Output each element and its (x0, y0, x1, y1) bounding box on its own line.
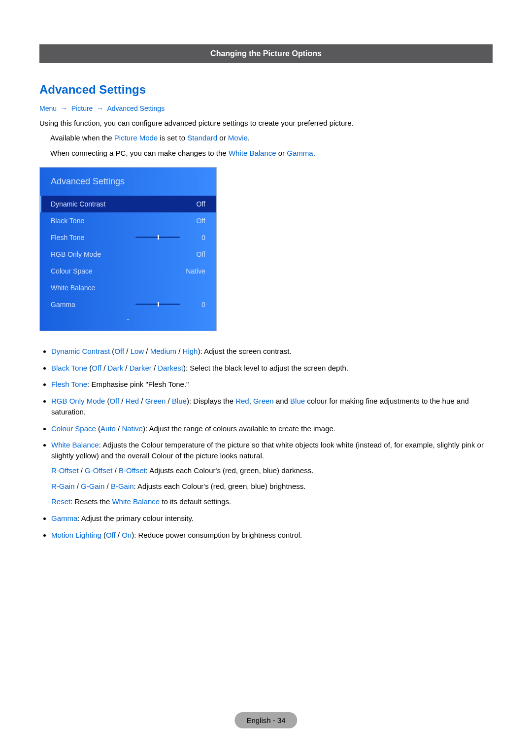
osd-slider[interactable] (135, 237, 180, 238)
highlight-red: Red (235, 397, 249, 405)
osd-row-flesh-tone[interactable]: Flesh Tone 0 (40, 229, 216, 246)
option-value: Native (122, 424, 143, 433)
text: ( (110, 347, 114, 355)
text: is set to (158, 134, 187, 142)
text: / (116, 424, 122, 433)
osd-slider-knob[interactable] (158, 302, 159, 307)
note-picture-mode: Available when the Picture Mode is set t… (50, 133, 493, 143)
list-item-dynamic-contrast: Dynamic Contrast (Off / Low / Medium / H… (51, 346, 493, 357)
highlight-b-offset: B-Offset (119, 466, 146, 475)
option-value: Dark (108, 364, 124, 372)
text: or (276, 149, 287, 157)
option-value: High (183, 347, 198, 355)
osd-row-label: Colour Space (51, 267, 184, 275)
osd-row-gamma[interactable]: Gamma 0 (40, 296, 216, 313)
text: / (176, 347, 183, 355)
sub-block: R-Offset / G-Offset / B-Offset: Adjusts … (51, 465, 493, 507)
section-banner: Changing the Picture Options (39, 44, 493, 63)
option-value: On (122, 531, 132, 539)
highlight-standard: Standard (187, 134, 217, 142)
option-value: Auto (100, 424, 116, 433)
highlight-gamma: Gamma (287, 149, 313, 157)
osd-row-value: 0 (184, 301, 205, 309)
option-value: Low (131, 347, 144, 355)
osd-slider-knob[interactable] (158, 235, 159, 240)
option-value: Blue (172, 397, 187, 405)
text: to its default settings. (160, 497, 231, 506)
text: When connecting a PC, you can make chang… (50, 149, 229, 157)
text: / (101, 364, 108, 372)
text: . (313, 149, 315, 157)
list-item-white-balance: White Balance: Adjusts the Colour temper… (51, 440, 493, 507)
text: : Adjusts the Colour temperature of the … (51, 441, 484, 460)
osd-row-colour-space[interactable]: Colour Space Native (40, 263, 216, 279)
osd-row-rgb-only-mode[interactable]: RGB Only Mode Off (40, 246, 216, 263)
osd-row-value: Off (184, 217, 205, 225)
text: , (249, 397, 253, 405)
text: ): Adjust the screen contrast. (198, 347, 291, 355)
text: / (104, 482, 111, 490)
list-item-flesh-tone: Flesh Tone: Emphasise pink "Flesh Tone." (51, 379, 493, 390)
option-value: Green (145, 397, 166, 405)
text: ( (87, 364, 92, 372)
osd-slider[interactable] (135, 304, 180, 305)
option-name: White Balance (51, 441, 99, 449)
manual-page: Changing the Picture Options Advanced Se… (0, 0, 532, 756)
osd-row-black-tone[interactable]: Black Tone Off (40, 212, 216, 229)
breadcrumb-advanced-settings: Advanced Settings (107, 104, 165, 112)
osd-row-label: Flesh Tone (51, 234, 132, 241)
highlight-g-gain: G-Gain (81, 482, 104, 490)
highlight-b-gain: B-Gain (111, 482, 134, 490)
osd-row-label: Dynamic Contrast (51, 200, 184, 208)
text: Available when the (50, 134, 114, 142)
osd-row-label: Gamma (51, 301, 132, 309)
option-value: Off (109, 397, 119, 405)
highlight-movie: Movie (228, 134, 248, 142)
option-name: Motion Lighting (51, 531, 101, 539)
highlight-white-balance: White Balance (229, 149, 276, 157)
note-pc: When connecting a PC, you can make chang… (50, 148, 493, 158)
text: : Emphasise pink "Flesh Tone." (87, 380, 189, 388)
text: ): Select the black level to adjust the … (183, 364, 348, 372)
option-value: Red (126, 397, 139, 405)
highlight-blue: Blue (290, 397, 305, 405)
osd-row-white-balance[interactable]: White Balance (40, 279, 216, 296)
option-name: RGB Only Mode (51, 397, 105, 405)
list-item-black-tone: Black Tone (Off / Dark / Darker / Darkes… (51, 363, 493, 374)
text: : Resets the (70, 497, 112, 506)
osd-row-dynamic-contrast[interactable]: Dynamic Contrast Off (40, 196, 216, 212)
text: : Adjusts each Colour's (red, green, blu… (134, 482, 306, 490)
option-name: Dynamic Contrast (51, 347, 110, 355)
osd-menu-title: Advanced Settings (40, 168, 216, 196)
highlight-g-offset: G-Offset (85, 466, 112, 475)
text: / (166, 397, 172, 405)
option-value: Medium (150, 347, 176, 355)
text: ( (101, 531, 106, 539)
osd-row-label: RGB Only Mode (51, 250, 184, 258)
text: / (79, 466, 85, 475)
option-name: Colour Space (51, 424, 96, 433)
text: ): Displays the (187, 397, 235, 405)
text: and (274, 397, 290, 405)
osd-menu-body: Dynamic Contrast Off Black Tone Off Fles… (40, 196, 216, 331)
osd-row-label: Black Tone (51, 217, 184, 225)
osd-menu-panel: Advanced Settings Dynamic Contrast Off B… (39, 167, 217, 331)
osd-row-label: White Balance (51, 284, 184, 292)
breadcrumb-arrow-icon: → (95, 104, 105, 112)
osd-row-value: 0 (184, 234, 205, 241)
page-heading: Advanced Settings (39, 83, 493, 97)
chevron-down-icon[interactable]: ⌄ (40, 313, 216, 326)
text: ): Adjust the range of colours available… (143, 424, 335, 433)
text: / (152, 364, 158, 372)
text: / (123, 364, 130, 372)
breadcrumb-arrow-icon: → (59, 104, 69, 112)
highlight-white-balance: White Balance (112, 497, 160, 506)
text: : Adjust the primary colour intensity. (77, 514, 194, 522)
option-name: Black Tone (51, 364, 87, 372)
highlight-reset: Reset (51, 497, 70, 506)
list-item-rgb-only-mode: RGB Only Mode (Off / Red / Green / Blue)… (51, 396, 493, 417)
option-value: Off (92, 364, 101, 372)
list-item-colour-space: Colour Space (Auto / Native): Adjust the… (51, 423, 493, 434)
highlight-green: Green (253, 397, 274, 405)
text: / (139, 397, 145, 405)
